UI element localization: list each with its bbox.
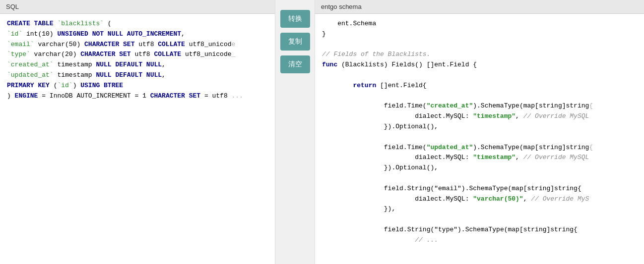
middle-panel: 转换 复制 清空 <box>275 0 315 264</box>
entgo-panel-title: entgo schema <box>315 0 644 14</box>
go-editor[interactable]: ent.Schema } // Fields of the Blacklists… <box>315 14 644 264</box>
sql-editor[interactable]: CREATE TABLE `blacklists` ( `id` int(10)… <box>0 14 275 264</box>
copy-button[interactable]: 复制 <box>280 33 310 51</box>
convert-button[interactable]: 转换 <box>280 10 310 28</box>
right-panel: entgo schema ent.Schema } // Fields of t… <box>315 0 644 264</box>
sql-panel-title: SQL <box>0 0 275 14</box>
left-panel: SQL CREATE TABLE `blacklists` ( `id` int… <box>0 0 275 264</box>
clear-button[interactable]: 清空 <box>280 55 310 73</box>
